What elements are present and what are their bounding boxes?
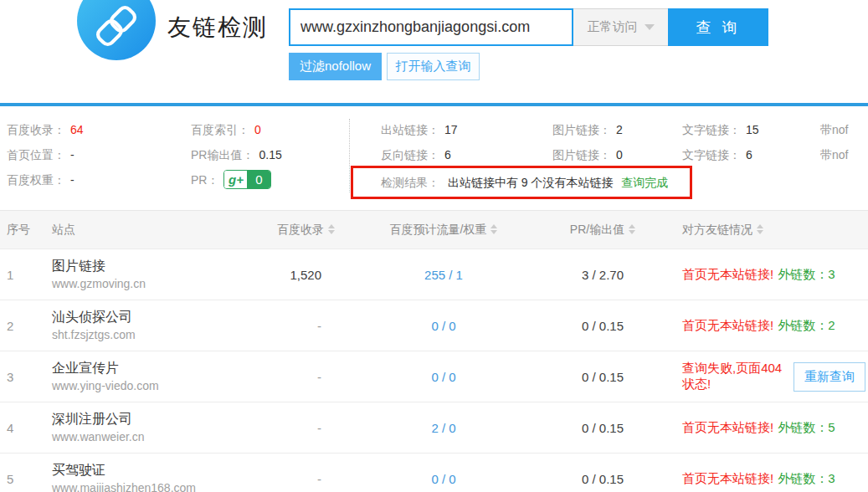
- header-index: 序号: [0, 211, 38, 249]
- stat-backlinks: 反向链接：6: [381, 142, 458, 167]
- stat-pr-output: PR输出值：0.15: [191, 142, 282, 167]
- baidu-included-value: 1,520: [268, 249, 343, 300]
- domain-input[interactable]: [289, 8, 573, 46]
- page-title: 友链检测: [167, 12, 268, 44]
- query-button[interactable]: 查 询: [668, 8, 768, 46]
- table-row: 3 企业宣传片www.ying-viedo.com - 0 / 0 0 / 0.…: [0, 351, 868, 402]
- traffic-weight-value[interactable]: 0 / 0: [343, 300, 544, 351]
- link-status: 查询失败,页面404状态!: [682, 361, 794, 392]
- traffic-weight-value[interactable]: 0 / 0: [343, 454, 544, 492]
- stat-text-links-out: 文字链接：15: [682, 117, 759, 142]
- site-name[interactable]: 汕头侦探公司: [52, 308, 268, 326]
- friend-link-checker-page: 友链检测 正常访问 查 询 过滤nofollow 打开输入查询 百度收录：64 …: [0, 0, 868, 492]
- link-status: 首页无本站链接!: [682, 471, 773, 485]
- baidu-included-value: -: [268, 300, 343, 351]
- stat-image-links-out: 图片链接：2: [552, 117, 623, 142]
- stat-home-position: 首页位置：-: [7, 142, 84, 167]
- stat-baidu-weight: 百度权重：-: [7, 167, 84, 192]
- row-index: 5: [0, 454, 38, 492]
- pr-output-value: 0 / 0.15: [544, 454, 661, 492]
- stats-divider: [349, 119, 350, 192]
- table-row: 2 汕头侦探公司sht.fzsjztgs.com - 0 / 0 0 / 0.1…: [0, 300, 868, 351]
- query-complete-status: 查询完成: [621, 176, 668, 189]
- outlink-count: 外链数：3: [778, 267, 835, 281]
- header-divider: [0, 103, 868, 106]
- table-row: 5 买驾驶证www.maijiashizhen168.com - 0 / 0 0…: [0, 454, 868, 492]
- baidu-included-value: -: [268, 402, 343, 454]
- sort-icon[interactable]: [629, 224, 635, 234]
- filter-nofollow-button[interactable]: 过滤nofollow: [289, 53, 382, 80]
- stat-baidu-index: 百度索引：0: [191, 117, 282, 142]
- outlink-count: 外链数：2: [778, 318, 835, 332]
- sort-icon[interactable]: [490, 224, 497, 234]
- site-name[interactable]: 买驾驶证: [52, 461, 268, 479]
- row-index: 2: [0, 300, 38, 351]
- table-row: 1 图片链接www.gzmoving.cn 1,520 255 / 1 3 / …: [0, 249, 868, 300]
- chain-link-icon: [77, 0, 156, 60]
- friend-links-table: 序号 站点 百度收录 百度预计流量/权重 PR/输出值 对方友链情况 1 图片链…: [0, 210, 868, 492]
- traffic-weight-value[interactable]: 255 / 1: [343, 249, 544, 300]
- access-mode-select[interactable]: 正常访问: [573, 8, 668, 46]
- stat-nofollow-out: 带nof: [820, 117, 848, 142]
- outlink-count: 外链数：3: [778, 471, 835, 485]
- row-index: 3: [0, 351, 38, 402]
- site-url[interactable]: www.wanweier.cn: [52, 428, 268, 445]
- pagerank-badge: g+0: [223, 170, 271, 189]
- header-site: 站点: [38, 211, 268, 249]
- stat-nofollow-back: 带nof: [820, 142, 848, 167]
- check-result: 检测结果： 出站链接中有 9 个没有本站链接 查询完成: [381, 172, 668, 193]
- site-url[interactable]: www.gzmoving.cn: [52, 275, 268, 292]
- stat-pr: PR：g+0: [191, 167, 282, 192]
- traffic-weight-value[interactable]: 2 / 0: [343, 402, 544, 454]
- stat-image-links-back: 图片链接：0: [552, 142, 623, 167]
- pagerank-logo-icon: g+: [224, 171, 247, 188]
- header-traffic-weight[interactable]: 百度预计流量/权重: [343, 211, 544, 249]
- link-status: 首页无本站链接!: [682, 267, 773, 281]
- site-url[interactable]: www.maijiashizhen168.com: [52, 479, 268, 492]
- site-name[interactable]: 企业宣传片: [52, 359, 268, 377]
- header-link-status[interactable]: 对方友链情况: [661, 211, 868, 249]
- baidu-included-value: -: [268, 351, 343, 402]
- site-url[interactable]: www.ying-viedo.com: [52, 377, 268, 394]
- traffic-weight-value[interactable]: 0 / 0: [343, 351, 544, 402]
- chevron-down-icon: [645, 24, 655, 30]
- stat-baidu-included: 百度收录：64: [7, 117, 84, 142]
- stat-outbound-links: 出站链接：17: [381, 117, 458, 142]
- table-row: 4 深圳注册公司www.wanweier.cn - 2 / 0 0 / 0.15…: [0, 402, 868, 454]
- stats-column-pr: 百度索引：0 PR输出值：0.15 PR：g+0: [191, 117, 282, 192]
- pr-output-value: 3 / 2.70: [544, 249, 661, 300]
- outlink-count: 外链数：5: [778, 420, 835, 434]
- link-status: 首页无本站链接!: [682, 420, 773, 434]
- pr-output-value: 0 / 0.15: [544, 300, 661, 351]
- row-index: 4: [0, 402, 38, 454]
- baidu-included-value: -: [268, 454, 343, 492]
- stats-column-text-links: 文字链接：15 文字链接：6: [682, 117, 759, 167]
- stats-column-outbound: 出站链接：17 反向链接：6: [381, 117, 458, 167]
- link-status: 首页无本站链接!: [682, 318, 773, 332]
- open-input-query-button[interactable]: 打开输入查询: [387, 53, 480, 80]
- table-header-row: 序号 站点 百度收录 百度预计流量/权重 PR/输出值 对方友链情况: [0, 211, 868, 249]
- access-mode-value: 正常访问: [588, 19, 638, 35]
- sort-icon[interactable]: [328, 224, 335, 234]
- header-pr-output[interactable]: PR/输出值: [544, 211, 661, 249]
- site-url[interactable]: sht.fzsjztgs.com: [52, 326, 268, 343]
- site-name[interactable]: 深圳注册公司: [52, 410, 268, 428]
- pr-output-value: 0 / 0.15: [544, 351, 661, 402]
- stats-column-image-links: 图片链接：2 图片链接：0: [552, 117, 623, 167]
- retry-query-button[interactable]: 重新查询: [794, 362, 865, 392]
- row-index: 1: [0, 249, 38, 300]
- stats-column-nofollow: 带nof 带nof: [820, 117, 848, 167]
- sort-icon[interactable]: [757, 224, 763, 234]
- site-name[interactable]: 图片链接: [52, 257, 268, 275]
- stat-text-links-back: 文字链接：6: [682, 142, 759, 167]
- stats-column-baidu: 百度收录：64 首页位置：- 百度权重：-: [7, 117, 84, 192]
- header-baidu-included[interactable]: 百度收录: [268, 211, 343, 249]
- pr-output-value: 0 / 0.15: [544, 402, 661, 454]
